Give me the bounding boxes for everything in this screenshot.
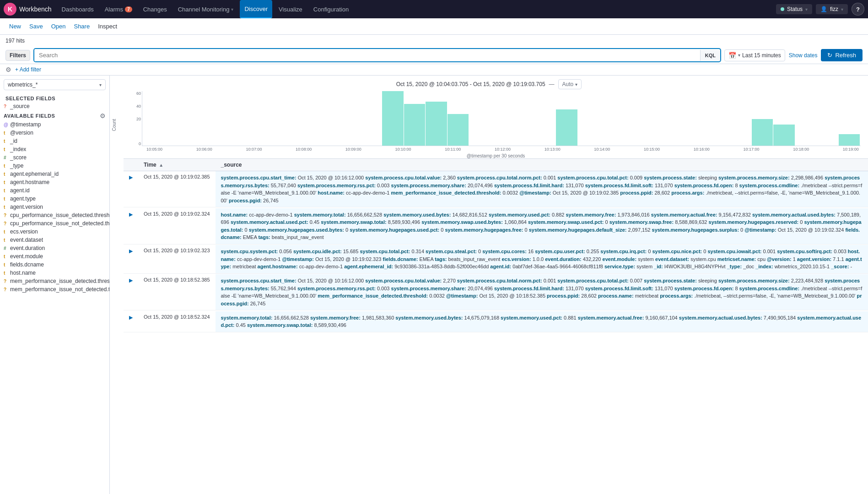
source-value: 0 — [605, 219, 608, 225]
field-type: t — [4, 205, 8, 210]
status-button[interactable]: Status ▾ — [776, 4, 812, 14]
kql-badge[interactable]: KQL — [700, 50, 720, 61]
sub-nav-save[interactable]: Save — [26, 21, 47, 32]
index-selector[interactable]: wbmetrics_* ▾ — [4, 79, 106, 90]
status-indicator — [781, 7, 784, 11]
show-dates-button[interactable]: Show dates — [789, 52, 818, 59]
table-row: ▶Oct 15, 2020 @ 10:18:52.385system.proce… — [124, 274, 868, 310]
time-picker[interactable]: 📅 ▾ Last 15 minutes — [724, 49, 785, 61]
source-value: 0.0032 — [502, 190, 518, 195]
nav-channel-monitoring[interactable]: Channel Monitoring ▾ — [173, 0, 238, 18]
gear-icon[interactable]: ⚙ — [5, 66, 11, 73]
field-name: host.name — [10, 270, 106, 276]
y-label-0: 0 — [139, 141, 141, 146]
index-chevron: ▾ — [99, 82, 102, 87]
source-key: system.memory.actual.used.bytes: — [752, 212, 836, 217]
filters-button[interactable]: Filters — [5, 50, 30, 61]
expand-row-button[interactable]: ▶ — [129, 248, 133, 254]
source-value: 2020 — [333, 256, 344, 262]
nav-changes[interactable]: Changes — [139, 0, 172, 18]
time-col-header[interactable]: Time ▲ — [138, 159, 216, 171]
sub-nav-inspect[interactable]: Inspect — [94, 21, 121, 32]
source-value: --strict.perms=false, — [723, 293, 768, 299]
x-axis-tick: 10:05:00 — [146, 147, 162, 152]
field-type: # — [4, 155, 8, 160]
y-label-20: 20 — [136, 117, 141, 121]
sub-nav-open[interactable]: Open — [48, 21, 70, 32]
available-fields-gear[interactable]: ⚙ — [100, 112, 106, 119]
source-value: metricbeat — [232, 264, 256, 269]
x-axis-tick: 10:14:00 — [594, 147, 610, 152]
x-axis-tick: 10:13:00 — [545, 147, 561, 152]
field-name: agent.id — [10, 187, 106, 194]
available-field-item[interactable]: t@version — [0, 129, 109, 137]
available-field-item[interactable]: ?cpu_performance_issue_not_detected.thr.… — [0, 219, 109, 228]
sub-nav-new[interactable]: New — [5, 21, 25, 32]
refresh-button[interactable]: ↻ Refresh — [821, 49, 863, 61]
available-field-item[interactable]: t_id — [0, 137, 109, 145]
available-field-item[interactable]: ?mem_performance_issue_not_detected.t... — [0, 285, 109, 293]
chart-container: Oct 15, 2020 @ 10:04:03.705 - Oct 15, 20… — [110, 76, 868, 158]
search-input[interactable] — [34, 49, 700, 61]
source-value: -E — [232, 293, 237, 299]
available-field-item[interactable]: tagent.hostname — [0, 178, 109, 186]
nav-discover[interactable]: Discover — [240, 0, 272, 18]
available-field-item[interactable]: tagent.ephemeral_id — [0, 170, 109, 178]
auto-select[interactable]: Auto ▾ — [558, 79, 582, 89]
expand-row-button[interactable]: ▶ — [129, 212, 133, 217]
source-key: system.process.cpu.total.pct: — [557, 175, 628, 180]
source-key: system.memory.used.bytes: — [383, 212, 451, 217]
source-value: 1.0.0 — [533, 256, 544, 262]
available-field-item[interactable]: t_type — [0, 162, 109, 170]
selected-field-item[interactable]: ?_source — [0, 102, 109, 110]
source-value: 1,060,864 — [504, 219, 527, 225]
available-field-item[interactable]: ?cpu_performance_issue_detected.thresh..… — [0, 211, 109, 219]
available-field-item[interactable]: tagent.version — [0, 203, 109, 211]
source-value: 0.056 — [279, 249, 292, 254]
available-field-item[interactable]: tfields.dcname — [0, 261, 109, 269]
source-key: system.memory.actual.used.bytes: — [679, 315, 762, 320]
y-label-60: 60 — [136, 91, 141, 96]
nav-visualize[interactable]: Visualize — [274, 0, 307, 18]
expand-row-button[interactable]: ▶ — [129, 174, 133, 180]
source-value: 8,588,869,632 — [675, 219, 707, 225]
available-field-item[interactable]: tevent.dataset — [0, 236, 109, 244]
source-value: 2020 — [570, 190, 581, 195]
source-value: 0.001 — [544, 278, 556, 283]
source-value: ./metricbeat, — [706, 190, 733, 195]
available-field-item[interactable]: tagent.type — [0, 195, 109, 203]
nav-alarms[interactable]: Alarms 7 — [100, 0, 137, 18]
field-name: _score — [10, 154, 106, 161]
source-value: @ — [345, 256, 350, 262]
available-field-item[interactable]: ?mem_performance_issue_detected.thres... — [0, 277, 109, 285]
source-value: 0.007 — [630, 278, 643, 283]
source-value: 2,097,152 — [628, 227, 651, 233]
x-axis-tick: 10:17:00 — [743, 147, 759, 152]
source-value: 26,745 — [250, 301, 266, 306]
source-key: tags: — [435, 256, 447, 262]
calendar-chevron: ▾ — [738, 53, 740, 58]
available-field-item[interactable]: #_score — [0, 153, 109, 162]
source-value: ./metricbeat — [801, 183, 827, 188]
nav-dashboards[interactable]: Dashboards — [57, 0, 98, 18]
help-button[interactable]: ? — [852, 3, 864, 16]
available-field-item[interactable]: #event.duration — [0, 244, 109, 252]
available-field-item[interactable]: tevent.module — [0, 252, 109, 261]
available-field-item[interactable]: tagent.id — [0, 186, 109, 195]
field-name: @timestamp — [10, 121, 106, 128]
available-field-item[interactable]: tecs.version — [0, 228, 109, 236]
source-value: 0 — [800, 219, 803, 225]
time-cell: Oct 15, 2020 @ 10:19:02.385 — [138, 171, 216, 207]
source-value: @ — [328, 278, 333, 283]
available-field-item[interactable]: thost.name — [0, 269, 109, 277]
available-field-item[interactable]: @@timestamp — [0, 120, 109, 129]
source-key: system.cpu.irq.pct: — [600, 249, 647, 254]
add-filter-link[interactable]: + Add filter — [15, 66, 41, 73]
expand-row-button[interactable]: ▶ — [129, 277, 133, 283]
sub-nav-share[interactable]: Share — [70, 21, 93, 32]
available-field-item[interactable]: t_index — [0, 145, 109, 153]
field-type: t — [4, 262, 8, 267]
user-button[interactable]: 👤 fizz ▾ — [816, 4, 848, 14]
nav-configuration[interactable]: Configuration — [309, 0, 353, 18]
expand-row-button[interactable]: ▶ — [129, 315, 133, 320]
